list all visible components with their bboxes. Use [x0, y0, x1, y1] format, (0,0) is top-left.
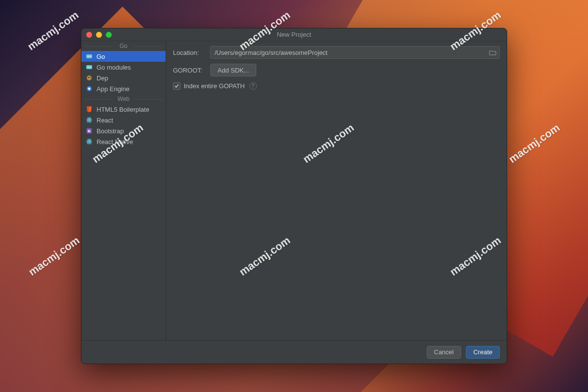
dialog-body: Go Go Go modules Dep: [81, 41, 507, 340]
maximize-window-button[interactable]: [106, 32, 112, 38]
svg-point-7: [88, 77, 89, 78]
svg-rect-3: [86, 65, 92, 69]
sidebar-item-dep[interactable]: Dep: [81, 73, 166, 83]
sidebar-item-label: App Engine: [97, 85, 129, 93]
sidebar-item-label: Bootstrap: [97, 127, 124, 135]
add-sdk-button[interactable]: Add SDK...: [210, 64, 256, 76]
create-button[interactable]: Create: [466, 346, 500, 359]
main-panel: Location: /Users/egormac/go/src/awesomeP…: [166, 41, 507, 340]
sidebar-item-react[interactable]: React: [81, 115, 166, 125]
appengine-icon: [85, 85, 93, 93]
svg-point-10: [88, 88, 90, 90]
sidebar-item-label: Go: [97, 53, 105, 60]
browse-folder-button[interactable]: [488, 48, 497, 57]
react-icon: [85, 138, 93, 146]
svg-point-6: [87, 75, 92, 80]
svg-point-5: [90, 67, 91, 68]
svg-point-2: [90, 56, 91, 57]
go-icon: [85, 52, 93, 60]
html5-icon: [85, 105, 93, 113]
sidebar-item-label: React Native: [97, 138, 133, 146]
sidebar-item-html5-boilerplate[interactable]: HTML5 Boilerplate: [81, 104, 166, 115]
goroot-label: GOROOT:: [173, 67, 205, 74]
location-label: Location:: [173, 49, 205, 56]
svg-point-17: [89, 141, 90, 143]
location-value: /Users/egormac/go/src/awesomeProject: [215, 49, 327, 56]
close-window-button[interactable]: [86, 32, 92, 38]
react-icon: [85, 116, 93, 124]
minimize-window-button[interactable]: [96, 32, 102, 38]
index-gopath-label: Index entire GOPATH: [184, 82, 245, 90]
bootstrap-icon: B: [85, 127, 93, 135]
sidebar: Go Go Go modules Dep: [81, 41, 166, 340]
check-icon: [174, 83, 179, 89]
sidebar-section-go: Go: [81, 41, 166, 51]
sidebar-section-web: Web: [81, 94, 166, 104]
sidebar-item-label: HTML5 Boilerplate: [97, 106, 149, 113]
svg-point-11: [89, 120, 90, 121]
sidebar-item-go-modules[interactable]: Go modules: [81, 62, 166, 73]
cancel-button[interactable]: Cancel: [427, 346, 461, 359]
svg-text:B: B: [88, 129, 91, 133]
location-row: Location: /Users/egormac/go/src/awesomeP…: [173, 46, 500, 59]
window-controls: [86, 32, 112, 38]
sidebar-item-go[interactable]: Go: [81, 51, 166, 62]
dep-icon: [85, 74, 93, 82]
goroot-row: GOROOT: Add SDK...: [173, 64, 500, 76]
index-gopath-checkbox[interactable]: [173, 82, 180, 90]
sidebar-item-react-native[interactable]: React Native: [81, 136, 166, 147]
sidebar-item-label: Dep: [97, 74, 108, 82]
dialog-footer: Cancel Create: [81, 340, 507, 364]
titlebar: New Project: [81, 28, 507, 41]
svg-rect-0: [86, 54, 92, 58]
svg-point-1: [88, 56, 89, 57]
dialog-title: New Project: [81, 31, 507, 38]
location-input[interactable]: /Users/egormac/go/src/awesomeProject: [210, 46, 500, 59]
svg-point-4: [88, 67, 89, 68]
svg-point-8: [90, 77, 91, 78]
index-gopath-row: Index entire GOPATH ?: [173, 82, 500, 90]
sidebar-item-app-engine[interactable]: App Engine: [81, 83, 166, 94]
go-icon: [85, 63, 93, 71]
new-project-dialog: New Project Go Go Go modules Dep: [81, 28, 507, 364]
sidebar-item-bootstrap[interactable]: B Bootstrap: [81, 125, 166, 136]
sidebar-item-label: React: [97, 117, 113, 124]
help-icon[interactable]: ?: [249, 82, 257, 90]
folder-icon: [489, 49, 496, 56]
sidebar-item-label: Go modules: [97, 64, 131, 71]
